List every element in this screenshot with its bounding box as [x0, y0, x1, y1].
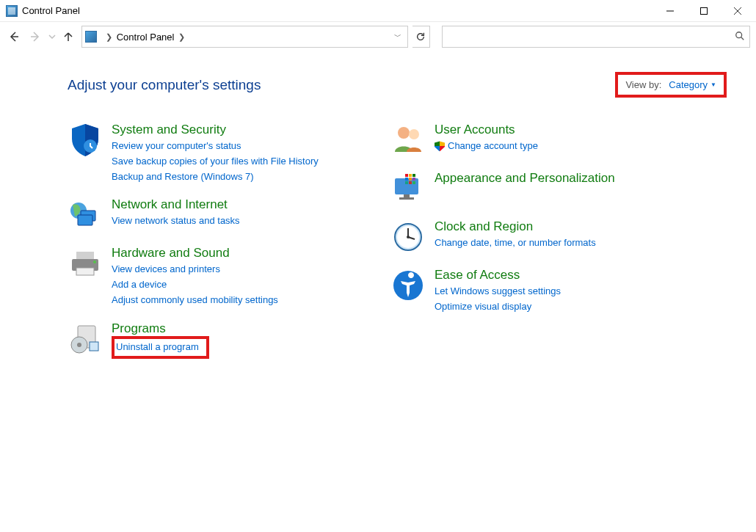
svg-rect-28 [405, 178, 408, 181]
search-box[interactable] [442, 26, 750, 48]
category-user-accounts: User Accounts Change account type [390, 123, 699, 158]
svg-line-7 [741, 37, 744, 40]
control-panel-icon [6, 5, 18, 17]
uac-shield-icon [435, 141, 445, 151]
chevron-down-icon: ▼ [710, 81, 716, 88]
link-uninstall-program[interactable]: Uninstall a program [116, 341, 199, 352]
left-column: System and Security Review your computer… [68, 123, 376, 372]
view-by-label: View by: [625, 79, 661, 90]
shield-icon [68, 123, 103, 158]
svg-point-18 [77, 343, 81, 347]
svg-rect-33 [412, 181, 415, 184]
address-bar[interactable]: ❯ Control Panel ❯ ﹀ [81, 26, 408, 48]
view-by-selector[interactable]: View by: Category▼ [615, 72, 727, 98]
svg-point-20 [398, 127, 410, 139]
svg-rect-19 [90, 342, 98, 351]
link-change-account-type[interactable]: Change account type [448, 139, 538, 154]
maximize-button[interactable] [687, 0, 721, 22]
category-title[interactable]: Clock and Region [435, 219, 596, 234]
svg-rect-11 [78, 215, 92, 225]
category-title[interactable]: Programs [112, 321, 209, 336]
appearance-icon [390, 171, 426, 206]
forward-button[interactable] [26, 26, 43, 47]
category-title[interactable]: Appearance and Personalization [435, 171, 615, 186]
svg-rect-29 [409, 178, 412, 181]
search-input[interactable] [447, 31, 735, 43]
link-windows-suggest[interactable]: Let Windows suggest settings [435, 284, 561, 299]
window-title: Control Panel [22, 5, 80, 16]
svg-rect-30 [412, 178, 415, 181]
svg-point-6 [736, 32, 742, 37]
category-title[interactable]: Network and Internet [112, 197, 240, 212]
link-add-device[interactable]: Add a device [112, 277, 278, 293]
svg-rect-31 [405, 181, 408, 184]
title-bar: Control Panel [0, 0, 756, 22]
category-network: Network and Internet View network status… [68, 197, 376, 233]
svg-rect-23 [404, 194, 410, 197]
svg-rect-14 [76, 268, 94, 275]
link-review-status[interactable]: Review your computer's status [112, 139, 319, 154]
close-button[interactable] [721, 0, 755, 22]
category-title[interactable]: Hardware and Sound [112, 246, 278, 260]
link-devices-printers[interactable]: View devices and printers [112, 262, 278, 277]
users-icon [390, 123, 426, 158]
refresh-button[interactable] [412, 26, 430, 48]
link-date-time-formats[interactable]: Change date, time, or number formats [435, 236, 596, 251]
right-column: User Accounts Change account type Appear… [390, 123, 699, 372]
svg-rect-13 [76, 252, 94, 259]
window-controls [653, 0, 755, 22]
category-ease-of-access: Ease of Access Let Windows suggest setti… [390, 268, 699, 315]
view-by-value[interactable]: Category▼ [669, 79, 716, 90]
category-title[interactable]: User Accounts [435, 123, 538, 137]
category-system-security: System and Security Review your computer… [68, 123, 376, 184]
svg-rect-27 [412, 174, 415, 177]
link-mobility-settings[interactable]: Adjust commonly used mobility settings [112, 293, 278, 308]
back-button[interactable] [6, 26, 22, 47]
svg-point-38 [407, 236, 410, 238]
clock-icon [390, 219, 426, 255]
page-title: Adjust your computer's settings [68, 77, 261, 93]
programs-icon [68, 321, 103, 357]
category-appearance: Appearance and Personalization [390, 171, 699, 206]
recent-locations-button[interactable] [48, 26, 56, 47]
svg-rect-26 [409, 174, 412, 177]
control-panel-icon [85, 31, 97, 43]
breadcrumb-separator-icon: ❯ [101, 32, 117, 42]
svg-rect-22 [395, 178, 418, 194]
content-area: Adjust your computer's settings View by:… [0, 51, 756, 372]
svg-rect-24 [399, 197, 414, 200]
breadcrumb-separator-icon: ❯ [174, 32, 189, 42]
nav-bar: ❯ Control Panel ❯ ﹀ [0, 22, 756, 51]
printer-icon [68, 246, 103, 281]
svg-point-21 [409, 129, 419, 139]
dropdown-icon[interactable]: ﹀ [391, 26, 404, 47]
category-title[interactable]: System and Security [112, 123, 319, 137]
svg-rect-25 [405, 174, 408, 177]
svg-point-15 [93, 260, 96, 263]
search-icon [735, 31, 745, 43]
breadcrumb[interactable]: Control Panel [117, 32, 175, 43]
link-optimize-display[interactable]: Optimize visual display [435, 299, 561, 315]
link-file-history[interactable]: Save backup copies of your files with Fi… [112, 154, 319, 170]
network-icon [68, 197, 103, 233]
minimize-button[interactable] [653, 0, 687, 22]
up-button[interactable] [60, 26, 76, 47]
category-clock-region: Clock and Region Change date, time, or n… [390, 219, 699, 255]
svg-rect-1 [701, 7, 708, 14]
link-network-status[interactable]: View network status and tasks [112, 214, 240, 229]
category-programs: Programs Uninstall a program [68, 321, 376, 359]
svg-rect-32 [409, 181, 412, 184]
category-hardware: Hardware and Sound View devices and prin… [68, 246, 376, 307]
category-title[interactable]: Ease of Access [435, 268, 561, 283]
ease-of-access-icon [390, 268, 426, 303]
link-backup-restore[interactable]: Backup and Restore (Windows 7) [112, 170, 319, 185]
